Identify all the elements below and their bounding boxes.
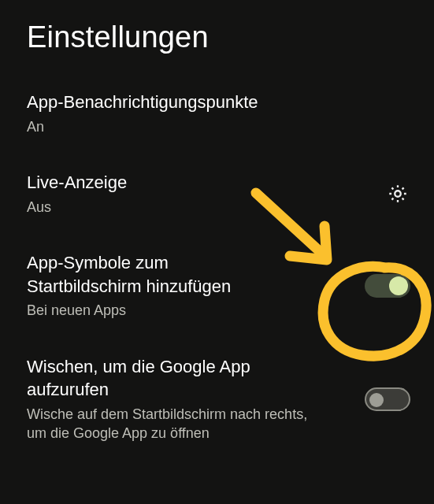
setting-text: Wischen, um die Google App aufzurufen Wi… [27, 355, 326, 443]
setting-text: App-Benachrichtigungspunkte An [27, 91, 414, 136]
setting-subtitle: Bei neuen Apps [27, 301, 274, 320]
setting-text: App-Symbole zum Startbildschirm hinzufüg… [27, 251, 287, 321]
setting-title: Wischen, um die Google App aufzurufen [27, 355, 313, 402]
svg-point-0 [395, 191, 400, 196]
toggle-knob [389, 276, 408, 295]
setting-text: Live-Anzeige Aus [27, 171, 387, 217]
setting-title: App-Benachrichtigungspunkte [27, 91, 401, 114]
setting-live-display[interactable]: Live-Anzeige Aus [27, 171, 414, 217]
setting-subtitle: Aus [27, 198, 374, 217]
page-title: Einstellungen [0, 0, 434, 54]
toggle-knob [369, 393, 384, 407]
setting-notification-dots[interactable]: App-Benachrichtigungspunkte An [27, 91, 414, 136]
gear-icon[interactable] [387, 183, 409, 205]
setting-swipe-google-app[interactable]: Wischen, um die Google App aufzurufen Wi… [27, 355, 414, 443]
toggle-add-icons-home[interactable] [365, 274, 410, 298]
toggle-swipe-google-app[interactable] [365, 387, 410, 411]
setting-subtitle: An [27, 117, 401, 136]
settings-list: App-Benachrichtigungspunkte An Live-Anze… [0, 54, 434, 443]
setting-title: Live-Anzeige [27, 171, 374, 195]
setting-subtitle: Wische auf dem Startbildschirm nach rech… [27, 405, 313, 443]
setting-title: App-Symbole zum Startbildschirm hinzufüg… [27, 251, 274, 298]
setting-add-icons-home[interactable]: App-Symbole zum Startbildschirm hinzufüg… [27, 251, 414, 321]
